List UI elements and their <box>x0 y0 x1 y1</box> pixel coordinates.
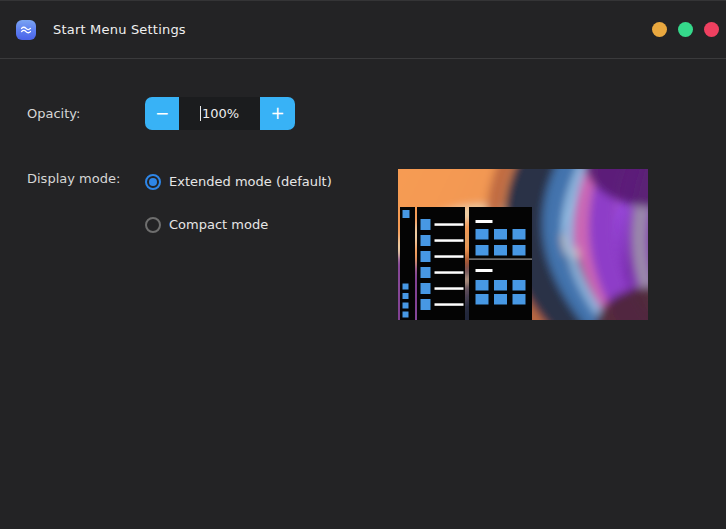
start-menu-settings-window: { "window": { "title": "Start Menu Setti… <box>0 0 726 529</box>
display-mode-label: Display mode: <box>27 171 120 187</box>
radio-extended-mode[interactable]: Extended mode (default) <box>145 174 332 190</box>
radio-compact-mode-label: Compact mode <box>169 217 268 233</box>
preview-tiles-panel <box>469 207 532 320</box>
window-title: Start Menu Settings <box>53 22 186 37</box>
radio-button-icon[interactable] <box>145 174 161 190</box>
text-caret <box>200 106 201 121</box>
radio-compact-mode[interactable]: Compact mode <box>145 217 268 233</box>
radio-button-icon[interactable] <box>145 217 161 233</box>
minimize-button[interactable] <box>652 22 667 37</box>
opacity-increase-button[interactable]: + <box>260 97 295 130</box>
preview-wallpaper <box>398 169 648 320</box>
minus-icon: − <box>155 103 169 123</box>
opacity-stepper: − 100% + <box>145 97 295 130</box>
start-menu-preview-image <box>398 169 648 320</box>
opacity-decrease-button[interactable]: − <box>145 97 179 130</box>
close-button[interactable] <box>704 22 719 37</box>
window-controls <box>652 22 719 37</box>
plus-icon: + <box>270 103 284 123</box>
preview-app-list-panel <box>417 207 465 320</box>
app-icon <box>16 20 36 40</box>
maximize-button[interactable] <box>678 22 693 37</box>
title-bar: Start Menu Settings <box>0 1 726 58</box>
titlebar-divider <box>0 58 726 59</box>
preview-sidebar-panel <box>400 207 415 320</box>
opacity-value: 100% <box>202 106 239 121</box>
opacity-input[interactable]: 100% <box>179 97 260 130</box>
radio-extended-mode-label: Extended mode (default) <box>169 174 332 190</box>
s-swirl-icon <box>19 23 33 37</box>
opacity-label: Opacity: <box>27 106 80 122</box>
